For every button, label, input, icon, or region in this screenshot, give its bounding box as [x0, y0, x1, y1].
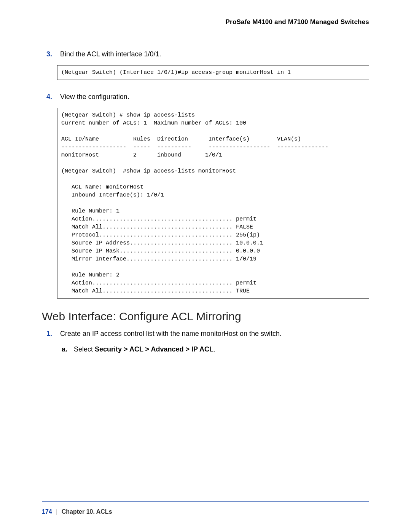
section-heading: Web Interface: Configure ACL Mirroring: [42, 310, 369, 323]
footer-separator: |: [56, 508, 57, 515]
page-footer: 174 | Chapter 10. ACLs: [42, 501, 369, 515]
step-text: Create an IP access control list with th…: [60, 330, 282, 338]
step-text: Bind the ACL with interface 1/0/1.: [60, 50, 161, 58]
substep-suffix: .: [213, 345, 215, 353]
code-block-show-acl: (Netgear Switch) # show ip access-lists …: [57, 108, 369, 299]
menu-path: Security > ACL > Advanced > IP ACL: [95, 345, 213, 353]
step-text: View the configuration.: [60, 93, 129, 101]
substep-prefix: Select: [74, 345, 95, 353]
document-header: ProSafe M4100 and M7100 Managed Switches: [42, 18, 369, 26]
code-block-bind-acl: (Netgear Switch) (Interface 1/0/1)#ip ac…: [57, 65, 369, 80]
step-number: 1.: [46, 330, 57, 338]
step-3: 3. Bind the ACL with interface 1/0/1.: [42, 50, 369, 58]
section-step-1: 1. Create an IP access control list with…: [42, 330, 369, 338]
page-number: 174: [42, 508, 52, 515]
substep-text: Select Security > ACL > Advanced > IP AC…: [74, 345, 215, 353]
substep-number: a.: [62, 345, 72, 353]
step-number: 4.: [46, 93, 57, 101]
step-4: 4. View the configuration.: [42, 93, 369, 101]
substep-a: a. Select Security > ACL > Advanced > IP…: [62, 345, 369, 353]
chapter-label: Chapter 10. ACLs: [62, 508, 112, 515]
step-number: 3.: [46, 50, 57, 58]
